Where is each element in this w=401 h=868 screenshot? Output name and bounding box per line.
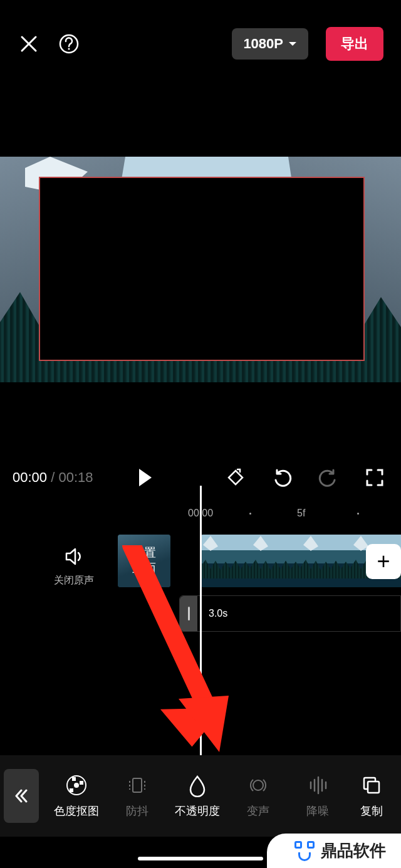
total-time: 00:18 <box>58 469 93 485</box>
resolution-label: 1080P <box>243 36 283 52</box>
export-button[interactable]: 导出 <box>326 27 383 61</box>
tool-stabilize[interactable]: 防抖 <box>115 773 159 818</box>
speaker-icon <box>63 545 85 568</box>
bottom-toolbar: 色度抠图 防抖 不透明度 变声 降噪 复制 <box>0 755 401 837</box>
home-indicator[interactable] <box>138 857 263 860</box>
keyframe-button[interactable] <box>222 464 249 491</box>
set-cover-button[interactable]: 设置 封面 <box>118 535 170 587</box>
time-display: 00:00 / 00:18 <box>13 469 93 486</box>
play-button[interactable] <box>132 464 159 491</box>
tool-opacity[interactable]: 不透明度 <box>175 773 220 818</box>
tool-chroma-key[interactable]: 色度抠图 <box>54 773 99 818</box>
tool-label: 变声 <box>247 803 269 818</box>
help-icon[interactable] <box>58 33 80 55</box>
svg-rect-9 <box>133 778 142 792</box>
tool-label: 不透明度 <box>175 803 220 818</box>
cover-label: 设置 封面 <box>132 545 156 576</box>
svg-point-1 <box>68 48 70 50</box>
svg-rect-6 <box>72 777 76 781</box>
fullscreen-button[interactable] <box>361 464 388 491</box>
mute-label: 关闭原声 <box>54 574 94 587</box>
overlay-clip-bounds[interactable] <box>39 177 365 361</box>
copy-icon <box>360 773 383 797</box>
current-time: 00:00 <box>13 469 47 485</box>
tool-copy[interactable]: 复制 <box>356 773 387 818</box>
resolution-button[interactable]: 1080P <box>232 28 308 60</box>
svg-rect-8 <box>70 788 73 792</box>
svg-rect-12 <box>368 782 379 793</box>
tool-denoise[interactable]: 降噪 <box>296 773 340 818</box>
denoise-icon <box>306 773 330 797</box>
voice-icon <box>246 773 270 797</box>
svg-rect-7 <box>80 781 83 785</box>
chevron-down-icon <box>288 41 297 47</box>
stabilize-icon <box>125 773 149 797</box>
plus-icon: + <box>377 548 390 575</box>
toolbar-back-button[interactable] <box>4 769 39 823</box>
tool-label: 防抖 <box>126 803 148 818</box>
clip-trim-handle[interactable] <box>180 596 197 631</box>
add-clip-button[interactable]: + <box>366 544 401 579</box>
watermark: 鼎品软件 <box>267 834 401 868</box>
svg-marker-2 <box>179 696 229 752</box>
clip-duration: 3.0s <box>209 608 227 619</box>
playhead[interactable] <box>200 486 202 755</box>
svg-point-10 <box>253 780 263 790</box>
chroma-icon <box>65 773 88 797</box>
play-icon <box>139 469 152 486</box>
chevron-double-left-icon <box>13 787 30 805</box>
watermark-text: 鼎品软件 <box>321 840 386 862</box>
tool-voice-change[interactable]: 变声 <box>236 773 280 818</box>
overlay-clip-track[interactable]: 3.0s <box>179 595 401 632</box>
redo-button[interactable] <box>315 464 342 491</box>
svg-point-4 <box>74 783 79 788</box>
preview-canvas[interactable] <box>0 157 401 382</box>
ruler-tick: 5f <box>297 508 305 519</box>
tool-label: 复制 <box>360 803 383 818</box>
mute-audio-button[interactable]: 关闭原声 <box>54 545 94 587</box>
watermark-logo-icon <box>294 841 315 861</box>
close-icon[interactable] <box>18 33 40 55</box>
undo-button[interactable] <box>268 464 296 491</box>
tool-label: 色度抠图 <box>54 803 99 818</box>
tool-label: 降噪 <box>306 803 329 818</box>
opacity-icon <box>185 773 209 797</box>
